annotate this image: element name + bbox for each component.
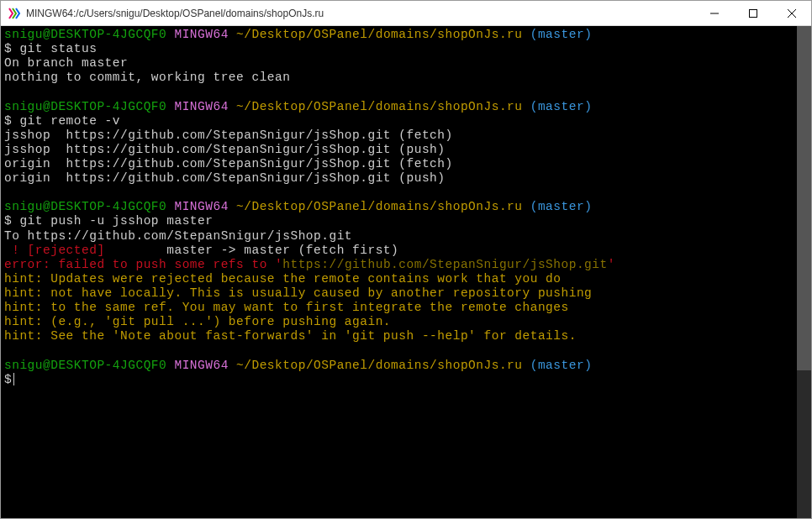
command-line: $ git status [4,42,808,56]
output-line: ! [rejected] master -> master (fetch fir… [4,244,808,258]
current-input-line[interactable]: $ [4,373,808,387]
output-line: hint: Updates were rejected because the … [4,272,808,286]
prompt-line: snigu@DESKTOP-4JGCQF0 MINGW64 ~/Desktop/… [4,28,808,42]
window-title: MINGW64:/c/Users/snigu/Desktop/OSPanel/d… [26,8,695,19]
terminal-window: MINGW64:/c/Users/snigu/Desktop/OSPanel/d… [0,0,812,519]
output-line: nothing to commit, working tree clean [4,71,808,85]
output-line: To https://github.com/StepanSnigur/jsSho… [4,229,808,244]
output-line: hint: (e.g., 'git pull ...') before push… [4,315,808,329]
maximize-button[interactable] [734,1,772,26]
scrollbar-thumb[interactable] [797,26,811,370]
output-line: jsshop https://github.com/StepanSnigur/j… [4,143,808,157]
command-line: $ git remote -v [4,114,808,128]
minimize-button[interactable] [695,1,734,26]
output-line: error: failed to push some refs to 'http… [4,258,808,272]
prompt-line: snigu@DESKTOP-4JGCQF0 MINGW64 ~/Desktop/… [4,100,808,114]
prompt-line: snigu@DESKTOP-4JGCQF0 MINGW64 ~/Desktop/… [4,359,808,373]
close-button[interactable] [772,1,811,26]
output-line: origin https://github.com/StepanSnigur/j… [4,171,808,186]
output-line: origin https://github.com/StepanSnigur/j… [4,157,808,171]
terminal-content[interactable]: snigu@DESKTOP-4JGCQF0 MINGW64 ~/Desktop/… [1,26,811,518]
blank-line [4,85,808,99]
output-line: hint: See the 'Note about fast-forwards'… [4,329,808,343]
scrollbar[interactable] [797,26,811,518]
titlebar[interactable]: MINGW64:/c/Users/snigu/Desktop/OSPanel/d… [1,1,811,26]
blank-line [4,343,808,358]
output-line: hint: not have locally. This is usually … [4,286,808,301]
app-icon [8,7,21,20]
svg-rect-1 [750,9,757,17]
command-line: $ git push -u jsshop master [4,214,808,228]
blank-line [4,186,808,200]
cursor [13,373,14,385]
output-line: hint: to the same ref. You may want to f… [4,301,808,315]
output-line: On branch master [4,56,808,71]
prompt-line: snigu@DESKTOP-4JGCQF0 MINGW64 ~/Desktop/… [4,200,808,214]
output-line: jsshop https://github.com/StepanSnigur/j… [4,128,808,143]
titlebar-controls [695,1,811,26]
